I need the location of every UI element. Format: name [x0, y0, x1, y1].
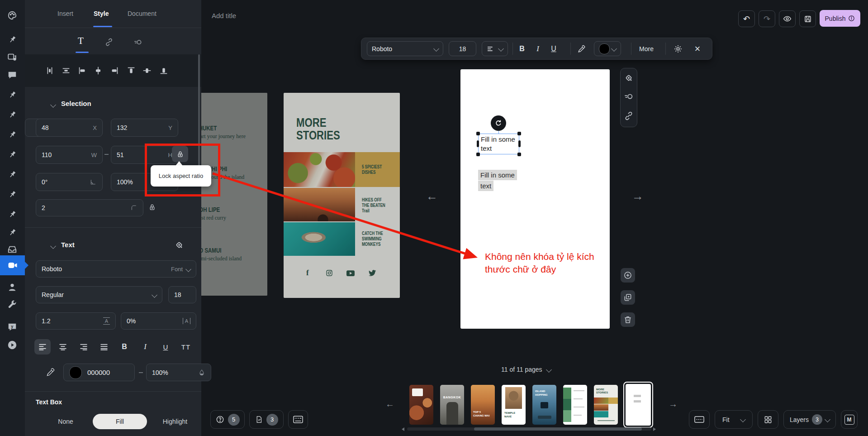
- text-align-right-button[interactable]: [76, 339, 92, 355]
- chat-y-icon[interactable]: y: [7, 322, 17, 332]
- delete-page-button[interactable]: [621, 312, 635, 327]
- underline-button[interactable]: U: [157, 339, 174, 355]
- resize-handle-nw[interactable]: [476, 132, 480, 135]
- save-button[interactable]: [799, 10, 816, 27]
- font-size-input[interactable]: 18: [168, 286, 196, 303]
- tray-icon[interactable]: [7, 244, 17, 254]
- video-tool-active[interactable]: [0, 255, 25, 275]
- play-circle-icon[interactable]: [7, 340, 17, 350]
- wrench-icon[interactable]: [7, 300, 17, 310]
- thumbnails-scrollbar-thumb[interactable]: [474, 427, 642, 431]
- uppercase-button[interactable]: TT: [178, 339, 194, 355]
- text-color-select[interactable]: [594, 41, 621, 56]
- y-input[interactable]: 132Y: [111, 119, 178, 137]
- text-opacity-input[interactable]: 100%: [146, 364, 211, 381]
- resize-handle-ne[interactable]: [517, 132, 521, 135]
- resize-handle-sw[interactable]: [476, 153, 480, 156]
- align-center-h-icon[interactable]: [93, 66, 103, 76]
- text-align-center-button[interactable]: [55, 339, 71, 355]
- text-box-fill[interactable]: Fill: [93, 414, 147, 429]
- pin-icon[interactable]: [7, 130, 17, 140]
- bold-button[interactable]: B: [116, 339, 133, 355]
- pin-icon[interactable]: [7, 228, 17, 238]
- m-mode-button[interactable]: M: [841, 410, 858, 429]
- link-icon[interactable]: [624, 111, 634, 121]
- text-color-input[interactable]: 000000: [63, 364, 135, 381]
- prev-page-arrow[interactable]: ←: [426, 190, 438, 202]
- publish-button[interactable]: Publish: [820, 10, 860, 27]
- corner-radius-input[interactable]: 2: [36, 199, 143, 216]
- distribute-vertical-icon[interactable]: [45, 66, 55, 76]
- canvas-title[interactable]: Add title: [212, 12, 236, 19]
- resize-handle-e[interactable]: [518, 140, 521, 147]
- chat-icon[interactable]: [7, 70, 17, 80]
- pages-count[interactable]: 11 of 11 pages: [501, 366, 551, 373]
- add-page-button[interactable]: [621, 268, 635, 283]
- duplicate-page-button[interactable]: [621, 290, 635, 305]
- text-align-left-button[interactable]: [34, 339, 51, 355]
- align-bottom-icon[interactable]: [159, 66, 169, 76]
- more-button[interactable]: More: [636, 43, 657, 54]
- animate-icon[interactable]: [624, 92, 634, 102]
- subtab-link-icon[interactable]: [104, 38, 114, 47]
- font-select[interactable]: Roboto: [367, 41, 443, 56]
- eyedropper-icon[interactable]: [46, 368, 55, 377]
- section-selection[interactable]: Selection: [61, 100, 91, 107]
- align-top-icon[interactable]: [126, 66, 136, 76]
- font-size-input[interactable]: 18: [449, 41, 476, 56]
- pin-icon[interactable]: [7, 90, 17, 100]
- text-element[interactable]: Fill in some text: [478, 170, 520, 192]
- x-input[interactable]: 48X: [36, 119, 103, 137]
- page-thumbnail[interactable]: [409, 385, 433, 425]
- rotate-handle[interactable]: [491, 115, 506, 131]
- settings-gear-icon[interactable]: [671, 43, 685, 54]
- align-middle-v-icon[interactable]: [142, 66, 152, 76]
- pin-icon[interactable]: [7, 210, 17, 220]
- pin-icon[interactable]: [7, 150, 17, 160]
- bold-button[interactable]: B: [515, 43, 529, 54]
- font-weight-select[interactable]: Regular: [36, 286, 162, 303]
- italic-button[interactable]: I: [531, 43, 545, 54]
- page-thumbnail[interactable]: TOP 5 CHIANG MAI: [471, 385, 495, 425]
- underline-button[interactable]: U: [547, 43, 560, 54]
- tab-document[interactable]: Document: [128, 10, 157, 17]
- palette-icon[interactable]: [7, 10, 17, 20]
- align-select[interactable]: [482, 41, 508, 56]
- page-more-stories[interactable]: MORE STORIES 5 SPICIEST DISHES HIKES OFF…: [284, 93, 400, 298]
- zoom-select[interactable]: Fit: [715, 410, 753, 429]
- line-height-input[interactable]: 1.2 A: [36, 312, 116, 330]
- width-input[interactable]: 110W: [36, 146, 103, 164]
- text-fill-style-icon[interactable]: [174, 240, 184, 250]
- page-thumbnail[interactable]: [563, 385, 587, 425]
- align-right-edge-icon[interactable]: [109, 66, 119, 76]
- subtab-text[interactable]: T: [78, 35, 84, 47]
- align-left-edge-icon[interactable]: [77, 66, 87, 76]
- subtab-animate-icon[interactable]: [133, 38, 142, 47]
- radius-lock-icon[interactable]: [148, 203, 156, 211]
- font-family-select[interactable]: Roboto Font: [36, 260, 196, 278]
- text-box-none[interactable]: None: [43, 414, 88, 429]
- rotation-input[interactable]: 0°: [36, 173, 103, 191]
- page-thumbnail[interactable]: MORE STORIES: [594, 385, 618, 425]
- collapse-icon[interactable]: [50, 243, 56, 249]
- letter-spacing-input[interactable]: 0% A: [121, 312, 196, 330]
- pin-icon[interactable]: [7, 170, 17, 180]
- section-text[interactable]: Text: [61, 241, 75, 249]
- grid-view-button[interactable]: [758, 410, 778, 429]
- next-page-arrow[interactable]: →: [632, 190, 644, 202]
- tab-insert[interactable]: Insert: [57, 10, 73, 17]
- keyboard-button[interactable]: [689, 410, 710, 429]
- page-thumbnail-selected[interactable]: [623, 382, 653, 428]
- pin-icon[interactable]: [7, 35, 17, 45]
- page-thumbnail[interactable]: TEMPLE NAVE: [502, 385, 526, 425]
- preview-eye-button[interactable]: [779, 10, 796, 27]
- person-icon[interactable]: [7, 282, 17, 292]
- page-check-button[interactable]: 3: [249, 410, 284, 429]
- close-icon[interactable]: ×: [691, 43, 704, 54]
- layers-button[interactable]: Layers 3: [783, 410, 836, 429]
- scroll-left-icon[interactable]: [402, 427, 404, 431]
- page-thumbnail[interactable]: ISLAND HOPPING: [532, 385, 556, 425]
- resize-handle-w[interactable]: [477, 140, 479, 147]
- media-icon[interactable]: [7, 52, 17, 62]
- redo-button[interactable]: ↷: [759, 10, 775, 27]
